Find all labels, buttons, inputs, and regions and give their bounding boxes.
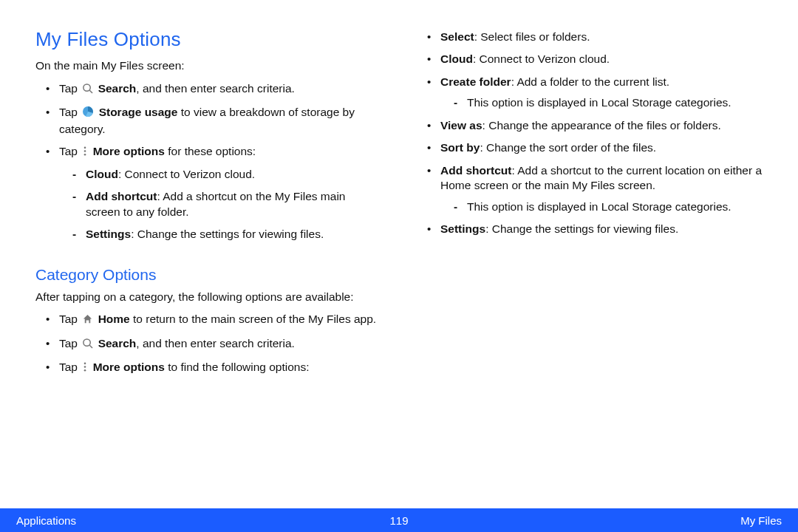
text: : Select files or folders. xyxy=(474,30,590,43)
text: : Add a folder to the current list. xyxy=(511,75,670,88)
section-heading: My Files Options xyxy=(35,28,381,51)
text: : Connect to Verizon cloud. xyxy=(473,52,610,65)
text: Tap xyxy=(59,106,81,118)
text: Tap xyxy=(59,145,81,157)
list-item: Tap More options to find the following o… xyxy=(49,360,381,376)
category-bullet-list: Tap Home to return to the main screen of… xyxy=(49,312,381,383)
text: : Connect to Verizon cloud. xyxy=(118,168,255,180)
home-icon xyxy=(82,313,93,328)
list-item: Tap Search, and then enter search criter… xyxy=(49,81,381,98)
bold-term: Add shortcut xyxy=(86,190,157,202)
bold-term: More options xyxy=(93,145,165,157)
footer-left: Applications xyxy=(16,514,271,527)
more-options-icon xyxy=(82,361,88,376)
sub-intro-text: After tapping on a category, the followi… xyxy=(35,290,381,305)
bold-term: Select xyxy=(440,30,474,43)
page-footer: Applications 119 My Files xyxy=(0,508,798,532)
bold-term: Cloud xyxy=(86,168,118,180)
list-item: View as: Change the appearance of the fi… xyxy=(430,118,763,133)
storage-icon xyxy=(82,106,94,121)
list-item: Tap Home to return to the main screen of… xyxy=(49,312,381,328)
right-bullet-list: Select: Select files or folders. Cloud: … xyxy=(430,30,763,245)
svg-line-7 xyxy=(90,345,93,348)
bold-term: Search xyxy=(98,82,137,95)
text: : Change the settings for viewing files. xyxy=(485,222,678,235)
svg-point-6 xyxy=(83,339,90,346)
text: Tap xyxy=(59,313,81,325)
svg-point-9 xyxy=(84,366,86,369)
page-body: My Files Options On the main My Files sc… xyxy=(0,0,798,508)
text: , and then enter search criteria. xyxy=(136,337,295,349)
text: Tap xyxy=(59,337,81,349)
list-item: Select: Select files or folders. xyxy=(430,30,763,44)
list-item: Add shortcut: Add a shortcut to the curr… xyxy=(430,163,763,214)
bold-term: Settings xyxy=(86,228,131,240)
subsection-heading: Category Options xyxy=(35,266,381,284)
list-item: Settings: Change the settings for viewin… xyxy=(75,227,381,242)
search-icon xyxy=(82,338,93,352)
text: : Change the sort order of the files. xyxy=(480,141,656,154)
text: , and then enter search criteria. xyxy=(136,82,295,95)
footer-page-number: 119 xyxy=(271,514,526,527)
sub-list: Cloud: Connect to Verizon cloud. Add sho… xyxy=(75,167,381,242)
svg-point-0 xyxy=(83,84,90,91)
text: This option is displayed in Local Storag… xyxy=(467,96,732,109)
text: : Change the settings for viewing files. xyxy=(131,228,324,240)
svg-point-10 xyxy=(84,369,86,372)
text: : Change the appearance of the files or … xyxy=(482,119,721,132)
bold-term: Search xyxy=(98,337,137,349)
bold-term: View as xyxy=(440,119,482,132)
main-bullet-list: Tap Search, and then enter search criter… xyxy=(49,81,381,250)
text: to find the following options: xyxy=(165,361,310,373)
bold-term: Cloud xyxy=(440,52,473,65)
list-item: Sort by: Change the sort order of the fi… xyxy=(430,140,763,155)
list-item: Cloud: Connect to Verizon cloud. xyxy=(75,167,381,182)
list-item: Add shortcut: Add a shortcut on the My F… xyxy=(75,189,381,219)
list-item: Tap More options for these options: Clou… xyxy=(49,144,381,242)
text: Tap xyxy=(59,361,81,373)
sub-list: This option is displayed in Local Storag… xyxy=(457,95,763,110)
text: to return to the main screen of the My F… xyxy=(130,313,376,325)
list-item: Tap Storage usage to view a breakdown of… xyxy=(49,105,381,137)
bold-term: More options xyxy=(93,361,165,373)
bold-term: Sort by xyxy=(440,141,480,154)
text: This option is displayed in Local Storag… xyxy=(467,200,732,213)
bold-term: Storage usage xyxy=(99,106,178,118)
list-item: This option is displayed in Local Storag… xyxy=(457,200,763,214)
svg-point-4 xyxy=(84,150,86,152)
svg-point-8 xyxy=(84,363,86,365)
list-item: Settings: Change the settings for viewin… xyxy=(430,222,763,236)
text: for these options: xyxy=(165,145,256,157)
bold-term: Home xyxy=(98,313,130,325)
right-column: Select: Select files or folders. Cloud: … xyxy=(417,28,763,494)
svg-point-5 xyxy=(84,154,86,156)
left-column: My Files Options On the main My Files sc… xyxy=(35,28,381,494)
list-item: This option is displayed in Local Storag… xyxy=(457,95,763,110)
list-item: Tap Search, and then enter search criter… xyxy=(49,336,381,352)
more-options-icon xyxy=(82,146,88,160)
list-item: Create folder: Add a folder to the curre… xyxy=(430,75,763,111)
bold-term: Create folder xyxy=(440,75,511,88)
search-icon xyxy=(82,83,93,98)
svg-point-3 xyxy=(84,147,86,149)
bold-term: Add shortcut xyxy=(440,164,511,177)
bold-term: Settings xyxy=(440,222,485,235)
footer-right: My Files xyxy=(527,514,782,527)
intro-text: On the main My Files screen: xyxy=(35,58,381,74)
svg-line-1 xyxy=(90,90,93,93)
sub-list: This option is displayed in Local Storag… xyxy=(457,200,763,214)
text: Tap xyxy=(59,82,81,95)
list-item: Cloud: Connect to Verizon cloud. xyxy=(430,52,763,66)
